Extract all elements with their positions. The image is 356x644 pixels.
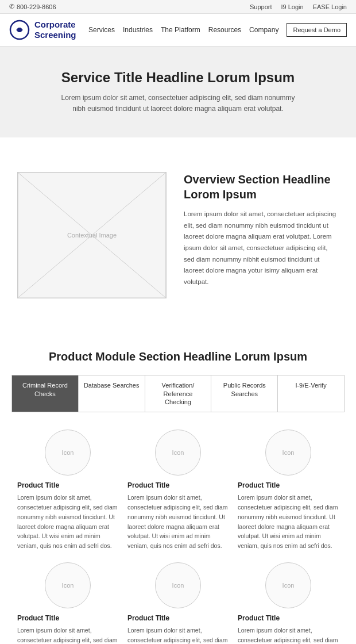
- nav-company[interactable]: Company: [249, 26, 278, 34]
- product-icon-3: Icon: [45, 562, 91, 608]
- image-placeholder-label: Contextual Image: [67, 232, 117, 239]
- product-icon-0: Icon: [45, 430, 91, 476]
- logo-text: Corporate Screening: [34, 20, 76, 40]
- list-item: Icon Product Title Lorem ipsum dolor sit…: [127, 562, 229, 644]
- tab-database-searches[interactable]: Database Searches: [79, 375, 145, 412]
- overview-headline: Overview Section Headline Lorom Ipsum: [184, 172, 339, 202]
- tab-criminal-record[interactable]: Criminal Record Checks: [12, 375, 79, 412]
- list-item: Icon Product Title Lorem ipsum dolor sit…: [127, 430, 229, 551]
- product-title-3: Product Title: [17, 614, 118, 622]
- top-bar: ✆ 800-229-8606 Support I9 Login EASE Log…: [0, 0, 356, 14]
- product-icon-1: Icon: [155, 430, 201, 476]
- product-icon-5: Icon: [265, 562, 311, 608]
- logo-svg: [9, 20, 30, 40]
- product-module-headline: Product Module Section Headline Lorum Ip…: [11, 350, 345, 363]
- product-icon-2: Icon: [265, 430, 311, 476]
- phone-number: 800-229-8606: [17, 3, 56, 10]
- list-item: Icon Product Title Lorem ipsum dolor sit…: [17, 430, 118, 551]
- product-desc-3: Lorem ipsum dolor sit amet, consectetuer…: [17, 626, 118, 644]
- site-header: Corporate Screening Services Industries …: [0, 14, 356, 47]
- hero-description: Lorem ipsum dolor sit amet, consectetuer…: [57, 93, 299, 114]
- product-title-4: Product Title: [127, 614, 229, 622]
- product-grid: Icon Product Title Lorem ipsum dolor sit…: [11, 430, 345, 644]
- i9-login-link[interactable]: I9 Login: [281, 3, 304, 10]
- top-links: Support I9 Login EASE Login: [250, 3, 347, 10]
- product-desc-0: Lorem ipsum dolor sit amet, consectetuer…: [17, 493, 118, 551]
- overview-image-placeholder: Contextual Image: [17, 172, 167, 298]
- nav-industries[interactable]: Industries: [123, 26, 153, 34]
- tab-verification[interactable]: Verification/ Reference Checking: [145, 375, 212, 412]
- product-title-2: Product Title: [238, 481, 339, 489]
- list-item: Icon Product Title Lorem ipsum dolor sit…: [17, 562, 118, 644]
- overview-body: Lorem ipsum dolor sit amet, consectetuer…: [184, 209, 339, 288]
- nav-services[interactable]: Services: [88, 26, 115, 34]
- product-desc-1: Lorem ipsum dolor sit amet, consectetuer…: [127, 493, 229, 551]
- product-icon-4: Icon: [155, 562, 201, 608]
- product-desc-4: Lorem ipsum dolor sit amet, consectetuer…: [127, 626, 229, 644]
- list-item: Icon Product Title Lorem ipsum dolor sit…: [238, 562, 339, 644]
- tab-i9-everify[interactable]: I-9/E-Verify: [278, 375, 344, 412]
- product-desc-5: Lorem ipsum dolor sit amet, consectetuer…: [238, 626, 339, 644]
- phone-icon: ✆: [9, 3, 14, 10]
- nav-platform[interactable]: The Platform: [161, 26, 200, 34]
- support-link[interactable]: Support: [250, 3, 272, 10]
- product-title-1: Product Title: [127, 481, 229, 489]
- product-tabs: Criminal Record Checks Database Searches…: [11, 375, 345, 412]
- hero-title: Service Title Headline Lorum Ipsum: [46, 70, 310, 86]
- product-title-0: Product Title: [17, 481, 118, 489]
- nav-resources[interactable]: Resources: [208, 26, 241, 34]
- list-item: Icon Product Title Lorem ipsum dolor sit…: [238, 430, 339, 551]
- product-title-5: Product Title: [238, 614, 339, 622]
- product-desc-2: Lorem ipsum dolor sit amet, consectetuer…: [238, 493, 339, 551]
- overview-content: Overview Section Headline Lorom Ipsum Lo…: [184, 172, 339, 288]
- main-nav: Services Industries The Platform Resourc…: [88, 23, 347, 37]
- ease-login-link[interactable]: EASE Login: [313, 3, 347, 10]
- phone-info: ✆ 800-229-8606: [9, 3, 56, 10]
- request-demo-button[interactable]: Request a Demo: [287, 23, 347, 37]
- svg-point-1: [17, 28, 22, 32]
- overview-section: Contextual Image Overview Section Headli…: [0, 149, 356, 321]
- tab-public-records[interactable]: Public Records Searches: [211, 375, 278, 412]
- product-module-section: Product Module Section Headline Lorum Ip…: [0, 333, 356, 644]
- logo[interactable]: Corporate Screening: [9, 20, 76, 40]
- hero-section: Service Title Headline Lorum Ipsum Lorem…: [0, 47, 356, 137]
